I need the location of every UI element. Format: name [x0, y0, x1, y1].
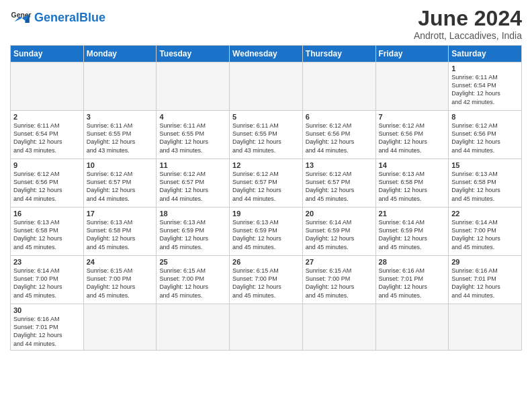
table-row: 29Sunrise: 6:16 AM Sunset: 7:01 PM Dayli… [449, 256, 522, 304]
table-row: 1Sunrise: 6:11 AM Sunset: 6:54 PM Daylig… [449, 62, 522, 111]
calendar-week-row: 23Sunrise: 6:14 AM Sunset: 7:00 PM Dayli… [11, 256, 522, 304]
day-info: Sunrise: 6:11 AM Sunset: 6:55 PM Dayligh… [232, 122, 300, 154]
header-sunday: Sunday [11, 46, 84, 62]
calendar-week-row: 1Sunrise: 6:11 AM Sunset: 6:54 PM Daylig… [11, 62, 522, 111]
table-row: 14Sunrise: 6:13 AM Sunset: 6:58 PM Dayli… [375, 159, 449, 208]
logo-text: GeneralBlue [34, 11, 105, 24]
day-info: Sunrise: 6:15 AM Sunset: 7:00 PM Dayligh… [159, 267, 226, 300]
day-number: 8 [451, 113, 519, 121]
day-info: Sunrise: 6:13 AM Sunset: 6:58 PM Dayligh… [87, 218, 154, 251]
table-row: 8Sunrise: 6:12 AM Sunset: 6:56 PM Daylig… [449, 111, 522, 159]
day-info: Sunrise: 6:14 AM Sunset: 7:00 PM Dayligh… [13, 267, 81, 300]
table-row: 18Sunrise: 6:13 AM Sunset: 6:59 PM Dayli… [157, 208, 230, 256]
day-info: Sunrise: 6:16 AM Sunset: 7:01 PM Dayligh… [379, 267, 446, 300]
day-info: Sunrise: 6:12 AM Sunset: 6:57 PM Dayligh… [306, 170, 373, 203]
table-row [157, 62, 230, 111]
day-number: 15 [451, 161, 519, 169]
table-row [230, 304, 303, 351]
day-info: Sunrise: 6:12 AM Sunset: 6:56 PM Dayligh… [451, 122, 519, 154]
table-row: 25Sunrise: 6:15 AM Sunset: 7:00 PM Dayli… [157, 256, 230, 304]
day-number: 25 [159, 258, 226, 266]
calendar-week-row: 16Sunrise: 6:13 AM Sunset: 6:58 PM Dayli… [11, 208, 522, 256]
day-info: Sunrise: 6:16 AM Sunset: 7:01 PM Dayligh… [451, 267, 519, 300]
day-info: Sunrise: 6:12 AM Sunset: 6:57 PM Dayligh… [159, 170, 226, 203]
table-row: 5Sunrise: 6:11 AM Sunset: 6:55 PM Daylig… [230, 111, 303, 159]
day-number: 20 [306, 210, 373, 218]
day-info: Sunrise: 6:14 AM Sunset: 7:00 PM Dayligh… [451, 218, 519, 251]
day-number: 11 [159, 161, 226, 169]
day-number: 16 [13, 210, 81, 218]
day-number: 7 [379, 113, 446, 121]
table-row [83, 62, 157, 111]
day-info: Sunrise: 6:13 AM Sunset: 6:58 PM Dayligh… [13, 218, 81, 251]
calendar-week-row: 30Sunrise: 6:16 AM Sunset: 7:01 PM Dayli… [11, 304, 522, 351]
table-row [11, 62, 84, 111]
table-row: 7Sunrise: 6:12 AM Sunset: 6:56 PM Daylig… [375, 111, 449, 159]
day-info: Sunrise: 6:14 AM Sunset: 6:59 PM Dayligh… [306, 218, 373, 251]
table-row [302, 304, 375, 351]
calendar-week-row: 9Sunrise: 6:12 AM Sunset: 6:56 PM Daylig… [11, 159, 522, 208]
table-row: 4Sunrise: 6:11 AM Sunset: 6:55 PM Daylig… [157, 111, 230, 159]
table-row: 6Sunrise: 6:12 AM Sunset: 6:56 PM Daylig… [302, 111, 375, 159]
table-row: 15Sunrise: 6:13 AM Sunset: 6:58 PM Dayli… [449, 159, 522, 208]
header-monday: Monday [83, 46, 157, 62]
table-row [83, 304, 157, 351]
day-number: 26 [232, 258, 300, 266]
table-row: 27Sunrise: 6:15 AM Sunset: 7:00 PM Dayli… [302, 256, 375, 304]
header-tuesday: Tuesday [157, 46, 230, 62]
calendar-week-row: 2Sunrise: 6:11 AM Sunset: 6:54 PM Daylig… [11, 111, 522, 159]
page-header: General GeneralBlue June 2024 Andrott, L… [10, 7, 522, 41]
day-info: Sunrise: 6:12 AM Sunset: 6:57 PM Dayligh… [87, 170, 154, 203]
day-number: 17 [87, 210, 154, 218]
table-row: 12Sunrise: 6:12 AM Sunset: 6:57 PM Dayli… [230, 159, 303, 208]
day-info: Sunrise: 6:15 AM Sunset: 7:00 PM Dayligh… [87, 267, 154, 300]
day-number: 18 [159, 210, 226, 218]
day-number: 14 [379, 161, 446, 169]
table-row [157, 304, 230, 351]
table-row: 17Sunrise: 6:13 AM Sunset: 6:58 PM Dayli… [83, 208, 157, 256]
day-info: Sunrise: 6:13 AM Sunset: 6:58 PM Dayligh… [379, 170, 446, 203]
day-info: Sunrise: 6:13 AM Sunset: 6:58 PM Dayligh… [451, 170, 519, 203]
day-number: 24 [87, 258, 154, 266]
table-row: 28Sunrise: 6:16 AM Sunset: 7:01 PM Dayli… [375, 256, 449, 304]
logo-general: General [34, 11, 79, 24]
day-info: Sunrise: 6:15 AM Sunset: 7:00 PM Dayligh… [232, 267, 300, 300]
day-number: 12 [232, 161, 300, 169]
calendar-table: Sunday Monday Tuesday Wednesday Thursday… [10, 45, 522, 351]
table-row [302, 62, 375, 111]
table-row [449, 304, 522, 351]
location-subtitle: Andrott, Laccadives, India [414, 30, 522, 41]
table-row [230, 62, 303, 111]
day-info: Sunrise: 6:13 AM Sunset: 6:59 PM Dayligh… [232, 218, 300, 251]
day-info: Sunrise: 6:11 AM Sunset: 6:55 PM Dayligh… [87, 122, 154, 154]
logo-blue: Blue [79, 11, 105, 24]
generalblue-logo-icon: General [10, 7, 32, 28]
header-thursday: Thursday [302, 46, 375, 62]
day-info: Sunrise: 6:15 AM Sunset: 7:00 PM Dayligh… [306, 267, 373, 300]
day-info: Sunrise: 6:11 AM Sunset: 6:54 PM Dayligh… [451, 73, 519, 106]
day-number: 13 [306, 161, 373, 169]
table-row: 23Sunrise: 6:14 AM Sunset: 7:00 PM Dayli… [11, 256, 84, 304]
day-info: Sunrise: 6:14 AM Sunset: 6:59 PM Dayligh… [379, 218, 446, 251]
day-info: Sunrise: 6:13 AM Sunset: 6:59 PM Dayligh… [159, 218, 226, 251]
table-row: 19Sunrise: 6:13 AM Sunset: 6:59 PM Dayli… [230, 208, 303, 256]
day-number: 4 [159, 113, 226, 121]
header-friday: Friday [375, 46, 449, 62]
table-row: 11Sunrise: 6:12 AM Sunset: 6:57 PM Dayli… [157, 159, 230, 208]
table-row: 22Sunrise: 6:14 AM Sunset: 7:00 PM Dayli… [449, 208, 522, 256]
table-row: 30Sunrise: 6:16 AM Sunset: 7:01 PM Dayli… [11, 304, 84, 351]
day-number: 27 [306, 258, 373, 266]
day-number: 23 [13, 258, 81, 266]
day-number: 2 [13, 113, 81, 121]
day-number: 6 [306, 113, 373, 121]
day-info: Sunrise: 6:12 AM Sunset: 6:56 PM Dayligh… [306, 122, 373, 154]
day-number: 21 [379, 210, 446, 218]
table-row: 3Sunrise: 6:11 AM Sunset: 6:55 PM Daylig… [83, 111, 157, 159]
day-info: Sunrise: 6:12 AM Sunset: 6:56 PM Dayligh… [379, 122, 446, 154]
table-row [375, 62, 449, 111]
day-info: Sunrise: 6:12 AM Sunset: 6:57 PM Dayligh… [232, 170, 300, 203]
day-number: 3 [87, 113, 154, 121]
day-number: 22 [451, 210, 519, 218]
table-row [375, 304, 449, 351]
table-row: 20Sunrise: 6:14 AM Sunset: 6:59 PM Dayli… [302, 208, 375, 256]
